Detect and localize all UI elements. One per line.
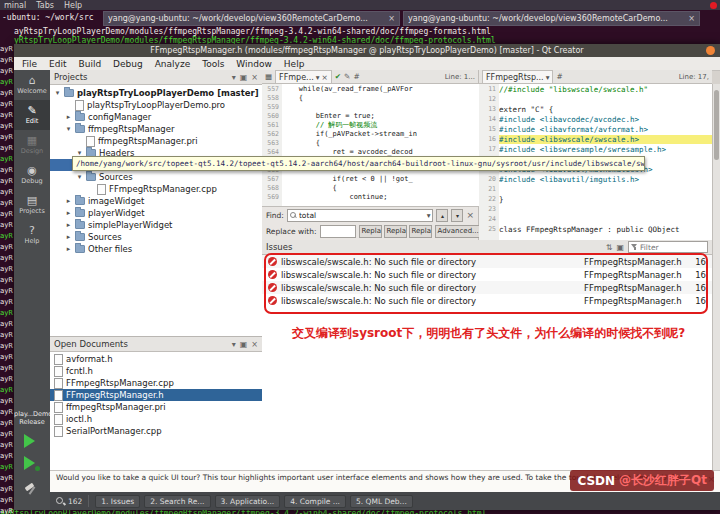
code-line[interactable]: 22 } [479, 194, 712, 204]
code-line[interactable]: 16 #include <libswscale/swscale.h> [479, 134, 712, 144]
menu-item[interactable]: Edit [49, 59, 66, 69]
code-line[interactable]: 563 { [262, 138, 479, 147]
open-document-item[interactable]: ioctl.h [50, 413, 262, 425]
terminal-menu-item[interactable]: minal [4, 1, 26, 10]
project-tree-item[interactable]: ▸ Sources [50, 231, 262, 243]
expander-icon[interactable]: ▾ [76, 173, 83, 181]
menu-item[interactable]: Window [236, 59, 272, 69]
project-tree-item[interactable]: ▾ playRtspTryLoopPlayerDemo [master] [50, 87, 262, 99]
code-line[interactable]: 25 class FFmpegRtspManager : public QObj… [479, 224, 712, 234]
output-pane-button[interactable]: 3. Applicatio... [215, 495, 281, 508]
code-line[interactable]: 21 [479, 184, 712, 194]
left-editor-tab[interactable]: FFmpe... ▾ × [275, 70, 332, 83]
chevron-down-icon[interactable]: ▾ [427, 211, 431, 220]
output-pane-button[interactable]: 2. Search Re... [144, 495, 210, 508]
panel-split-icon[interactable]: ▣ [240, 73, 248, 82]
panel-dropdown-icon[interactable]: ▾ [232, 340, 236, 349]
find-input[interactable] [299, 211, 425, 220]
replace-button[interactable]: Replace All [409, 225, 432, 238]
issues-filter-input[interactable] [640, 243, 705, 252]
symbol-icon[interactable]: # [353, 72, 359, 81]
project-tree-item[interactable]: ▸ playerWidget [50, 207, 262, 219]
scrollbar-thumb[interactable] [714, 90, 719, 160]
find-next-button[interactable]: ▾ [451, 209, 463, 222]
terminal-tab-close-icon[interactable]: × [388, 14, 395, 23]
code-line[interactable]: 562 if(_pAVPacket->stream_in [262, 129, 479, 138]
expander-icon[interactable]: ▸ [65, 113, 72, 121]
mode-button[interactable]: ◉ Debug [14, 160, 50, 190]
chevron-down-icon[interactable]: ▾ [546, 73, 550, 82]
output-pane-button[interactable]: 5. QML Deb... [350, 495, 413, 508]
menu-item[interactable]: Analyze [155, 59, 190, 69]
code-line[interactable]: 564 ret = avcodec_decod [262, 147, 479, 156]
mode-button[interactable]: ? Help [14, 220, 50, 250]
code-line[interactable]: 17 #include <libswresample/swresample.h> [479, 144, 712, 154]
project-tree-item[interactable]: FFmpegRtspManager.cpp [50, 183, 262, 195]
project-tree-item[interactable]: ▾ ffmpegRtspManager [50, 123, 262, 135]
project-tree-item[interactable]: playRtspTryLoopPlayerDemo.pro [50, 99, 262, 111]
project-tree-item[interactable]: ▸ simplePlayerWidget [50, 219, 262, 231]
open-document-item[interactable]: fcntl.h [50, 365, 262, 377]
expander-icon[interactable]: ▾ [65, 125, 72, 133]
panel-split-icon[interactable]: ▣ [240, 340, 248, 349]
panel-close-icon[interactable]: × [251, 73, 258, 82]
menu-item[interactable]: Build [79, 59, 102, 69]
chevron-down-icon[interactable]: ▾ [316, 73, 320, 82]
menu-item[interactable]: Help [284, 59, 305, 69]
menu-item[interactable]: File [22, 59, 37, 69]
terminal-tab[interactable]: yang@yang-ubuntu: ~/work/develop/view360… [103, 11, 400, 26]
terminal-close-icon[interactable] [710, 2, 717, 9]
right-editor-tab[interactable]: FFmpegRtsp... ▾ [482, 70, 553, 83]
mode-button[interactable]: ▤ Projects [14, 190, 50, 220]
code-line[interactable]: 15 #include <libavformat/avformat.h> [479, 124, 712, 134]
find-close-icon[interactable]: × [466, 210, 474, 220]
code-line[interactable]: 568 { [262, 183, 479, 192]
menu-item[interactable]: Tools [202, 59, 224, 69]
project-tree-item[interactable]: ▸ Other files [50, 243, 262, 255]
expander-icon[interactable]: ▾ [54, 89, 61, 97]
open-document-item[interactable]: SerialPortManager.cpp [50, 425, 262, 437]
replace-button[interactable]: Replace [359, 225, 382, 238]
menu-item[interactable]: Debug [113, 59, 143, 69]
panel-close-icon[interactable]: × [251, 340, 258, 349]
issue-row[interactable]: libswscale/swscale.h: No such file or di… [262, 268, 712, 281]
open-document-item[interactable]: FFmpegRtspManager.cpp [50, 377, 262, 389]
issue-row[interactable]: libswscale/swscale.h: No such file or di… [262, 281, 712, 294]
code-line[interactable]: 557 while(av_read_frame(_pAVFor [262, 84, 479, 93]
code-line[interactable]: 569 continue; [262, 192, 479, 201]
code-line[interactable]: 558 { [262, 93, 479, 102]
terminal-tab-close-icon[interactable]: × [688, 14, 695, 23]
code-line[interactable]: 24 [479, 214, 712, 224]
expander-icon[interactable]: ▸ [65, 209, 72, 217]
sort-icon[interactable]: ⇅ [606, 243, 613, 252]
mode-button[interactable]: ⌂ Welcome [14, 70, 50, 100]
expander-icon[interactable]: ▸ [65, 245, 72, 253]
issue-row[interactable]: libswscale/swscale.h: No such file or di… [262, 255, 712, 268]
code-line[interactable]: 20 #include <libavutil/imgutils.h> [479, 174, 712, 184]
find-previous-button[interactable]: ▴ [436, 209, 448, 222]
panel-dropdown-icon[interactable]: ▾ [232, 73, 236, 82]
build-button[interactable] [24, 482, 40, 498]
code-line[interactable]: 561 // 解码一帧视频流 [262, 120, 479, 129]
terminal-menu-item[interactable]: Tabs [36, 1, 54, 10]
code-line[interactable]: 567 if(ret < 0 || !got_ [262, 174, 479, 183]
replace-input[interactable] [323, 227, 353, 236]
terminal-menu-item[interactable]: Help [64, 1, 82, 10]
project-tree-item[interactable]: ffmpegRtspManager.pri [50, 135, 262, 147]
vcs-check-icon[interactable]: ✔ [335, 72, 341, 81]
code-line[interactable]: 14 #include <libavcodec/avcodec.h> [479, 114, 712, 124]
document-list-icon[interactable]: ▦ [265, 72, 272, 81]
open-document-item[interactable]: ffmpegRtspManager.pri [50, 401, 262, 413]
expander-icon[interactable]: ▸ [65, 233, 72, 241]
tab-close-icon[interactable]: × [321, 73, 327, 82]
edit-icon[interactable]: ✎ [344, 72, 350, 81]
terminal-tab[interactable]: yang@yang-ubuntu: ~/work/develop/view360… [403, 11, 700, 26]
advanced-button[interactable]: Advanced... [435, 225, 482, 238]
project-tree-item[interactable]: ▾ Sources [50, 171, 262, 183]
output-pane-button[interactable]: 4. Compile ... [284, 495, 346, 508]
mode-button[interactable]: ✎ Edit [14, 100, 50, 130]
output-pane-button[interactable]: 1. Issues [95, 495, 140, 508]
project-tree-item[interactable]: ▸ imageWidget [50, 195, 262, 207]
symbol-icon[interactable]: # [556, 72, 562, 81]
locator[interactable]: 162 [56, 497, 82, 506]
